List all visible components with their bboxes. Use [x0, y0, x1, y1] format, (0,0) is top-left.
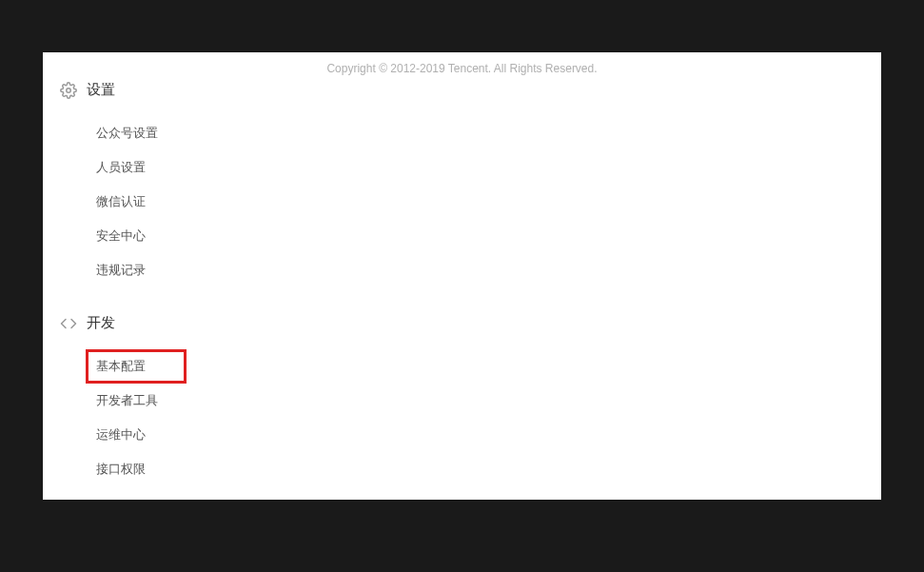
section-header-settings: 设置: [60, 81, 281, 99]
sidebar: 设置 公众号设置 人员设置 微信认证 安全中心 违规记录 开发 基本配置 开发者…: [43, 60, 281, 486]
section-title-settings: 设置: [87, 81, 115, 99]
sidebar-item-violation-record[interactable]: 违规记录: [88, 253, 153, 287]
gear-icon: [60, 82, 77, 99]
svg-point-0: [67, 88, 71, 92]
develop-menu: 基本配置 开发者工具 运维中心 接口权限: [60, 349, 281, 486]
copyright-text: Copyright © 2012-2019 Tencent. All Right…: [43, 62, 881, 75]
sidebar-item-api-permissions[interactable]: 接口权限: [88, 452, 153, 486]
sidebar-item-developer-tools[interactable]: 开发者工具: [88, 384, 166, 418]
code-icon: [60, 315, 77, 332]
sidebar-item-personnel-settings[interactable]: 人员设置: [88, 150, 153, 185]
sidebar-item-ops-center[interactable]: 运维中心: [88, 418, 153, 452]
sidebar-item-wechat-verify[interactable]: 微信认证: [88, 185, 153, 219]
main-panel: Copyright © 2012-2019 Tencent. All Right…: [43, 52, 881, 500]
section-title-develop: 开发: [87, 314, 115, 332]
sidebar-item-basic-config[interactable]: 基本配置: [86, 349, 187, 384]
sidebar-item-account-settings[interactable]: 公众号设置: [88, 116, 166, 150]
sidebar-item-security-center[interactable]: 安全中心: [88, 219, 153, 253]
settings-menu: 公众号设置 人员设置 微信认证 安全中心 违规记录: [60, 116, 281, 287]
section-header-develop: 开发: [60, 314, 281, 332]
